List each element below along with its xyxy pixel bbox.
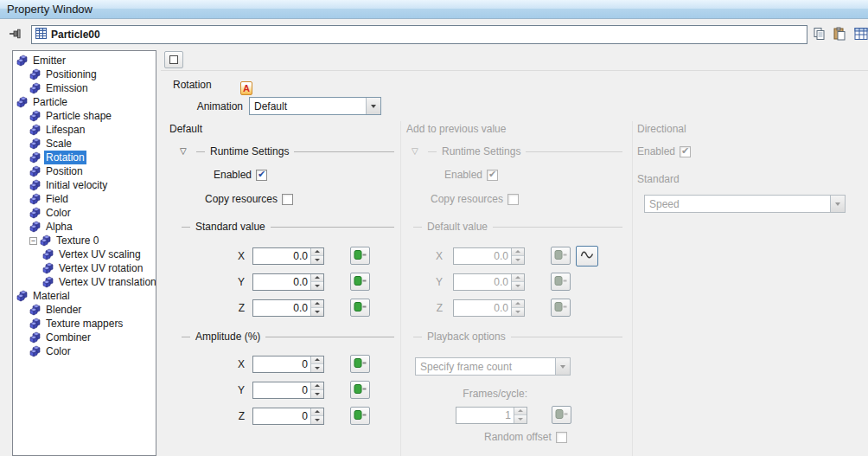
spinner-buttons[interactable] <box>514 408 527 423</box>
tree-item-label: Texture mappers <box>44 317 124 331</box>
chevron-down-icon <box>555 358 570 375</box>
spinner-buttons[interactable] <box>310 274 323 290</box>
copy-resources-row: Copy resources <box>205 193 394 205</box>
default-copy-resources-checkbox[interactable] <box>282 194 293 205</box>
tree-item-alpha[interactable]: Alpha <box>13 220 156 234</box>
tree-item-scale[interactable]: Scale <box>13 137 156 151</box>
enabled-label: Enabled <box>637 145 675 157</box>
cube-icon <box>42 262 55 274</box>
grid-window-icon <box>854 27 868 43</box>
spinner-buttons[interactable] <box>310 408 323 424</box>
paste-icon <box>833 27 846 43</box>
default-enabled-checkbox[interactable] <box>256 170 267 181</box>
group-title: Playback options <box>427 331 506 343</box>
tree-item-field[interactable]: Field <box>13 192 156 206</box>
table-icon <box>35 28 47 42</box>
cube-icon <box>29 304 42 316</box>
copy-icon <box>813 27 827 43</box>
tree-item-label: Position <box>44 164 85 178</box>
tree-item-label: Particle <box>31 95 69 109</box>
spinner-buttons[interactable] <box>310 248 323 264</box>
curve-editor-button[interactable] <box>551 247 571 265</box>
y-row: Y <box>406 273 622 291</box>
directional-enabled-checkbox[interactable] <box>680 146 691 157</box>
copy-resources-label: Copy resources <box>205 193 278 205</box>
cube-icon <box>40 234 53 247</box>
tree-item-rotation[interactable]: Rotation <box>13 151 156 164</box>
green-curve-icon <box>354 301 367 315</box>
amplitude-group: Amplitude (%) <box>182 331 394 343</box>
tree-item-label: Material <box>31 289 72 303</box>
spinner-buttons[interactable] <box>310 382 323 398</box>
tree-item-emitter[interactable]: Emitter <box>13 54 156 67</box>
curve-editor-button[interactable] <box>350 381 370 399</box>
copy-button[interactable] <box>809 25 830 44</box>
axis-label: Y <box>169 384 245 396</box>
cube-icon <box>42 276 55 288</box>
tree-item-particle[interactable]: Particle <box>13 95 156 109</box>
columns-area: Default ▽ Runtime Settings Enabled Copy … <box>161 121 868 456</box>
curve-editor-button[interactable] <box>552 406 571 424</box>
spinner-buttons[interactable] <box>511 248 524 264</box>
tree-item-particle-shape[interactable]: Particle shape <box>13 109 156 123</box>
animation-dropdown[interactable]: Default <box>249 97 381 115</box>
collapse-triangle-icon[interactable]: ▽ <box>412 146 423 157</box>
spinner-buttons[interactable] <box>511 300 524 316</box>
frames-per-cycle-row <box>456 406 622 424</box>
curve-editor-button[interactable] <box>350 299 370 317</box>
cube-icon <box>29 151 42 164</box>
tree-item-combiner[interactable]: Combiner <box>13 331 156 344</box>
spinner-buttons[interactable] <box>310 356 323 372</box>
paste-button[interactable] <box>829 25 850 44</box>
tree-item-lifespan[interactable]: Lifespan <box>13 123 156 137</box>
object-name-field[interactable]: Particle00 <box>31 25 807 44</box>
random-offset-label: Random offset <box>484 431 552 443</box>
tree-item-vertex-uv-translation[interactable]: Vertex UV translation <box>13 275 156 289</box>
curve-editor-button[interactable] <box>350 273 370 291</box>
curve-editor-button[interactable] <box>350 407 370 425</box>
tree-item-texture-mappers[interactable]: Texture mappers <box>13 317 156 331</box>
standard-speed-dropdown[interactable]: Speed <box>644 195 846 213</box>
tree-item-texture-0[interactable]: −Texture 0 <box>13 234 156 247</box>
tree-item-position[interactable]: Position <box>13 164 156 178</box>
tree-item-vertex-uv-scaling[interactable]: Vertex UV scaling <box>13 247 156 261</box>
tree-item-material[interactable]: Material <box>13 289 156 303</box>
pin-button[interactable] <box>5 25 26 44</box>
tree-item-positioning[interactable]: Positioning <box>13 67 156 81</box>
tree-item-initial-velocity[interactable]: Initial velocity <box>13 178 156 192</box>
addprev-copy-resources-checkbox[interactable] <box>507 194 519 205</box>
spinner-buttons[interactable] <box>310 300 323 316</box>
y-value-field <box>453 273 525 291</box>
panel-toggle-button[interactable] <box>164 51 183 68</box>
enabled-row: Enabled <box>637 145 853 157</box>
amplitude-rows: XYZ <box>169 355 394 425</box>
tree-item-label: Scale <box>44 137 73 151</box>
frame-count-dropdown[interactable]: Specify frame count <box>415 357 571 376</box>
addprev-enabled-checkbox[interactable] <box>487 170 498 181</box>
tree-item-emission[interactable]: Emission <box>13 81 156 95</box>
cube-icon <box>29 110 42 122</box>
green-curve-icon <box>354 275 367 289</box>
window-list-button[interactable] <box>851 25 868 44</box>
collapse-minus-icon[interactable]: − <box>29 237 37 245</box>
tree-item-color[interactable]: Color <box>13 206 156 220</box>
wave-function-button[interactable] <box>576 246 598 267</box>
x-row: X <box>169 355 394 373</box>
axis-label: X <box>169 358 245 370</box>
tree-item-color[interactable]: Color <box>13 344 156 358</box>
curve-editor-button[interactable] <box>551 273 571 291</box>
group-title: Runtime Settings <box>442 145 520 157</box>
curve-editor-button[interactable] <box>350 247 370 265</box>
green-curve-icon <box>554 301 567 315</box>
curve-editor-button[interactable] <box>551 299 571 317</box>
tree-item-vertex-uv-rotation[interactable]: Vertex UV rotation <box>13 261 156 275</box>
axis-label: Z <box>406 302 443 314</box>
group-title: Amplitude (%) <box>195 331 260 343</box>
tree-item-label: Vertex UV translation <box>57 275 156 289</box>
random-offset-checkbox[interactable] <box>556 432 567 443</box>
curve-editor-button[interactable] <box>350 355 370 373</box>
collapse-triangle-icon[interactable]: ▽ <box>180 146 191 157</box>
tree-item-blender[interactable]: Blender <box>13 303 156 317</box>
standard-value-rows: XYZ <box>169 247 394 317</box>
spinner-buttons[interactable] <box>511 274 524 290</box>
